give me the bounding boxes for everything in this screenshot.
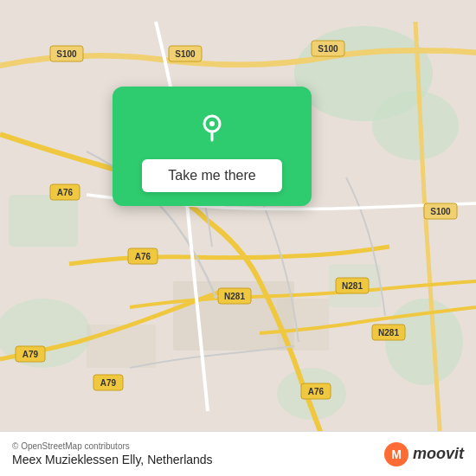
moovit-icon: M xyxy=(383,441,409,467)
moovit-logo: M moovit xyxy=(383,441,464,467)
svg-text:A76: A76 xyxy=(308,387,325,396)
svg-text:S100: S100 xyxy=(430,207,451,216)
svg-text:N281: N281 xyxy=(378,328,399,338)
svg-text:S100: S100 xyxy=(175,49,196,59)
moovit-brand-text: moovit xyxy=(413,445,464,463)
take-me-there-button[interactable]: Take me there xyxy=(142,159,281,192)
svg-text:N281: N281 xyxy=(342,281,363,291)
svg-text:A79: A79 xyxy=(23,350,39,359)
location-popup: Take me there xyxy=(113,87,312,206)
svg-rect-3 xyxy=(9,195,78,247)
svg-text:N281: N281 xyxy=(224,292,245,301)
map-container: S100 S100 S100 S100 A76 A76 A76 A79 A79 … xyxy=(0,0,476,476)
svg-rect-9 xyxy=(87,325,156,368)
map-svg: S100 S100 S100 S100 A76 A76 A76 A79 A79 … xyxy=(0,0,476,476)
svg-point-2 xyxy=(372,91,459,160)
svg-text:S100: S100 xyxy=(56,49,77,59)
location-pin-icon xyxy=(190,104,235,149)
location-name: Meex Muzieklessen Elly, Netherlands xyxy=(12,453,213,466)
svg-text:A79: A79 xyxy=(100,378,117,388)
svg-text:A76: A76 xyxy=(57,188,74,197)
svg-text:M: M xyxy=(391,447,402,461)
svg-text:S100: S100 xyxy=(318,44,338,54)
svg-point-39 xyxy=(209,121,215,126)
osm-contributors: © OpenStreetMap contributors xyxy=(12,441,213,451)
svg-text:A76: A76 xyxy=(135,252,151,261)
